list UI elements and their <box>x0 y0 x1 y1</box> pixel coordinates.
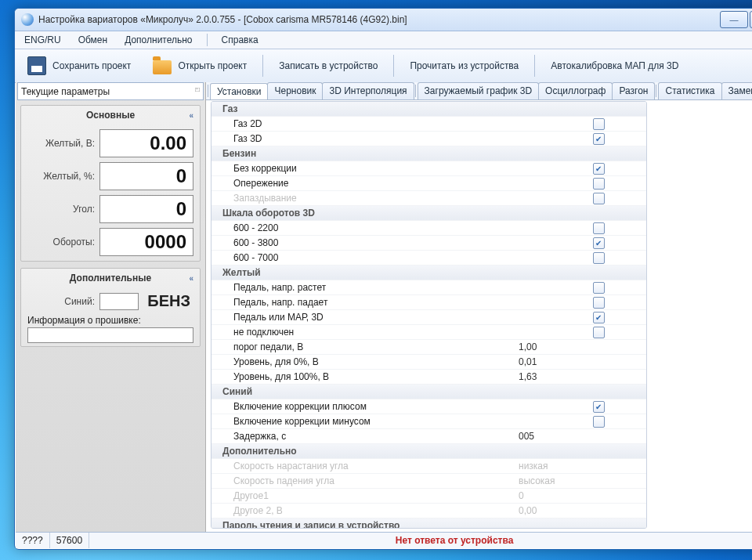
menu-item-0[interactable]: ENG/RU <box>20 33 66 47</box>
setting-row[interactable]: Включение коррекции плюсом✔ <box>212 399 646 414</box>
setting-label: Опережение <box>212 178 515 189</box>
toolbar: Сохранить проект Открыть проект Записать… <box>15 49 752 83</box>
save-project-button[interactable]: Сохранить проект <box>21 52 136 79</box>
main-field-value-2[interactable]: 0 <box>99 195 193 223</box>
setting-row[interactable]: не подключен <box>212 324 646 339</box>
parameters-dropdown-label: Текущие параметры <box>21 86 110 97</box>
menu-item-1[interactable]: Обмен <box>74 33 113 47</box>
setting-value: 1,63 <box>515 371 588 382</box>
setting-row[interactable]: Скорость падения углавысокая <box>212 473 646 488</box>
setting-label: Дополнительно <box>212 446 504 457</box>
setting-label: Педаль, напр. падает <box>212 297 515 308</box>
save-project-label: Сохранить проект <box>52 60 131 71</box>
extra-panel-header[interactable]: Дополнительные « <box>21 269 200 287</box>
setting-label: Газ 3D <box>212 133 515 144</box>
read-device-button[interactable]: Прочитать из устройства <box>405 58 523 74</box>
checkbox[interactable] <box>593 193 605 204</box>
setting-row[interactable]: Без коррекции✔ <box>212 161 646 175</box>
setting-label: Скорость нарастания угла <box>212 461 515 471</box>
setting-label: Включение коррекции плюсом <box>212 401 515 412</box>
setting-row[interactable]: Уровень, для 0%, В0,01 <box>212 354 646 369</box>
checkbox[interactable] <box>593 118 605 130</box>
tab-4[interactable]: Осциллограф <box>538 82 613 99</box>
open-project-button[interactable]: Открыть проект <box>146 52 251 79</box>
setting-row[interactable]: Уровень, для 100%, В1,63 <box>212 369 646 384</box>
checkbox[interactable] <box>593 297 605 309</box>
setting-row[interactable]: Другое10 <box>212 488 646 503</box>
app-icon <box>21 13 34 26</box>
main-panel: Основные « Желтый, В:0.00Желтый, %:0Угол… <box>20 105 201 262</box>
tab-1[interactable]: Черновик <box>267 82 323 99</box>
main-field-value-3[interactable]: 0000 <box>99 228 193 256</box>
setting-label: не подключен <box>212 327 515 338</box>
setting-row[interactable]: Газ 2D <box>212 116 646 131</box>
checkbox[interactable] <box>593 178 605 190</box>
minimize-button[interactable]: — <box>720 11 748 28</box>
setting-label: Педаль, напр. растет <box>212 282 515 293</box>
setting-label: Другое1 <box>212 490 515 501</box>
setting-row[interactable]: Другое 2, В0,00 <box>212 503 646 518</box>
setting-row[interactable]: Педаль, напр. падает <box>212 294 646 309</box>
setting-label: Газ <box>212 103 504 114</box>
setting-label: Шкала оборотов 3D <box>212 208 504 219</box>
setting-row[interactable]: 600 - 3800✔ <box>212 235 646 250</box>
main-field-value-1[interactable]: 0 <box>99 162 193 190</box>
collapse-icon[interactable]: « <box>189 111 193 120</box>
main-panel-header[interactable]: Основные « <box>21 106 200 125</box>
menu-item-2[interactable]: Дополнительно <box>120 33 197 47</box>
checkbox[interactable] <box>593 282 605 294</box>
setting-value: высокая <box>515 475 588 486</box>
setting-row[interactable]: Запаздывание <box>212 190 646 205</box>
tab-6[interactable]: Статистика <box>658 82 721 99</box>
collapse-icon[interactable]: « <box>189 274 193 283</box>
autocal-button[interactable]: Автокалибровка МАП для 3D <box>546 58 683 74</box>
checkbox[interactable]: ✔ <box>593 163 605 175</box>
open-project-label: Открыть проект <box>178 60 247 71</box>
setting-row[interactable]: Газ 3D✔ <box>212 131 646 146</box>
titlebar[interactable]: Настройка вариаторов «Микролуч» 2.0.0.75… <box>15 9 752 31</box>
checkbox[interactable] <box>593 222 605 234</box>
window-title: Настройка вариаторов «Микролуч» 2.0.0.75… <box>38 14 718 25</box>
folder-icon <box>151 55 173 77</box>
write-device-button[interactable]: Записать в устройство <box>274 58 382 74</box>
setting-label: Другое 2, В <box>212 505 515 516</box>
main-field-value-0[interactable]: 0.00 <box>99 129 193 157</box>
setting-row[interactable]: Включение коррекции минусом <box>212 414 646 428</box>
blue-input[interactable] <box>99 293 139 310</box>
setting-value: 0,00 <box>515 505 588 516</box>
setting-row[interactable]: 600 - 2200 <box>212 220 646 235</box>
checkbox[interactable] <box>593 416 605 428</box>
setting-row[interactable]: Педаль, напр. растет <box>212 280 646 294</box>
setting-label: Скорость падения угла <box>212 475 515 486</box>
setting-row[interactable]: 600 - 7000 <box>212 250 646 265</box>
setting-label: Задержка, с <box>212 431 515 442</box>
setting-row[interactable]: Опережение <box>212 175 646 190</box>
group-header: Шкала оборотов 3D <box>212 205 646 220</box>
setting-row[interactable]: Скорость нарастания угланизкая <box>212 458 646 473</box>
pin-icon[interactable]: ⏍ <box>195 85 200 93</box>
checkbox[interactable] <box>593 327 605 338</box>
firmware-box[interactable] <box>27 327 193 343</box>
setting-row[interactable]: порог педали, В1,00 <box>212 339 646 354</box>
checkbox[interactable]: ✔ <box>593 133 605 145</box>
main-field-label-1: Желтый, %: <box>27 171 99 182</box>
checkbox[interactable] <box>593 252 605 264</box>
group-header: Дополнительно <box>212 443 646 458</box>
tab-7[interactable]: Замена программы <box>721 82 753 99</box>
checkbox[interactable]: ✔ <box>593 237 605 249</box>
parameters-dropdown[interactable]: Текущие параметры ⏍ <box>17 82 204 100</box>
setting-label: Бензин <box>212 148 504 159</box>
setting-label: Уровень, для 0%, В <box>212 356 515 367</box>
checkbox[interactable]: ✔ <box>593 401 605 413</box>
tab-3[interactable]: Загружаемый график 3D <box>418 82 539 99</box>
toolbar-sep <box>534 55 535 77</box>
toolbar-sep <box>262 55 263 77</box>
tab-2[interactable]: 3D Интерполяция <box>322 82 414 99</box>
tab-0[interactable]: Установки <box>210 83 268 100</box>
checkbox[interactable]: ✔ <box>593 312 605 323</box>
setting-row[interactable]: Педаль или МАР, 3D✔ <box>212 309 646 324</box>
setting-row[interactable]: Задержка, с005 <box>212 428 646 443</box>
setting-label: Включение коррекции минусом <box>212 416 515 427</box>
menu-item-3[interactable]: Справка <box>217 33 263 47</box>
tab-5[interactable]: Разгон <box>612 82 655 99</box>
